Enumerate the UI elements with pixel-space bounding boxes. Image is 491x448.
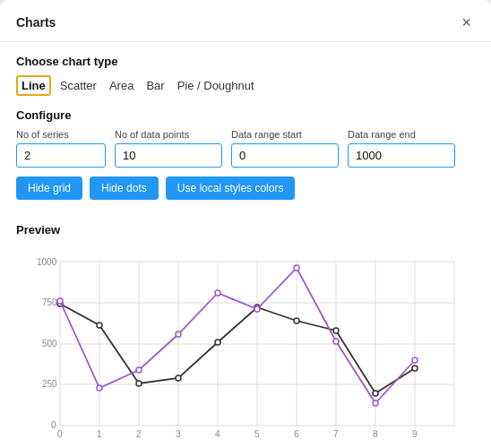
svg-text:2: 2: [136, 429, 142, 439]
s1-dot-9: [412, 366, 418, 371]
local-styles-button[interactable]: Use local styles colors: [166, 177, 296, 200]
range-end-input[interactable]: [348, 143, 455, 168]
s2-dot-5: [254, 306, 260, 312]
s2-dot-7: [333, 339, 339, 344]
series-input[interactable]: [16, 143, 106, 168]
s1-dot-8: [373, 391, 378, 396]
grid: 0 250 500 750 1000: [37, 257, 454, 439]
chart-type-section: Choose chart type Line Scatter Area Bar …: [16, 55, 475, 108]
s1-dot-3: [176, 375, 181, 381]
charts-dialog: Charts × Choose chart type Line Scatter …: [0, 0, 491, 448]
configure-label: Configure: [16, 108, 475, 122]
s2-dot-0: [57, 298, 63, 304]
chart-type-label: Choose chart type: [16, 55, 475, 68]
chart-type-bar[interactable]: Bar: [142, 77, 168, 94]
hide-grid-button[interactable]: Hide grid: [16, 177, 82, 200]
svg-text:9: 9: [412, 429, 418, 439]
range-end-label: Data range end: [348, 129, 455, 140]
line-chart: 0 250 500 750 1000: [16, 242, 475, 439]
dialog-header: Charts ×: [0, 0, 491, 42]
svg-text:250: 250: [42, 379, 57, 389]
datapoints-label: No of data points: [115, 129, 222, 140]
s2-dot-3: [176, 332, 181, 337]
svg-text:500: 500: [42, 339, 57, 349]
hide-dots-button[interactable]: Hide dots: [90, 177, 159, 200]
s2-dot-9: [412, 358, 418, 363]
inputs-row: No of series No of data points Data rang…: [16, 129, 475, 168]
datapoints-input-group: No of data points: [115, 129, 222, 168]
svg-text:7: 7: [333, 429, 339, 439]
chart-type-pie-doughnut[interactable]: Pie / Doughnut: [174, 77, 258, 94]
range-start-input[interactable]: [231, 143, 339, 168]
svg-text:8: 8: [373, 429, 378, 439]
series-input-group: No of series: [16, 129, 106, 168]
svg-text:1000: 1000: [37, 257, 57, 267]
chart-area: 0 250 500 750 1000: [16, 242, 475, 443]
s1-dot-6: [294, 318, 299, 323]
dialog-body: Choose chart type Line Scatter Area Bar …: [0, 42, 491, 448]
svg-text:0: 0: [51, 420, 56, 430]
preview-section: Preview 0 250 500 750 1000: [16, 223, 475, 443]
svg-text:5: 5: [254, 429, 260, 439]
svg-text:4: 4: [215, 429, 220, 439]
chart-type-scatter[interactable]: Scatter: [56, 77, 100, 94]
svg-text:1: 1: [97, 429, 102, 439]
action-buttons-row: Hide grid Hide dots Use local styles col…: [16, 177, 475, 200]
preview-label: Preview: [16, 223, 475, 237]
s1-dot-4: [215, 340, 220, 345]
chart-type-line[interactable]: Line: [16, 75, 51, 96]
s2-dot-6: [294, 265, 299, 271]
s2-dot-2: [136, 367, 142, 373]
svg-text:750: 750: [42, 297, 57, 307]
range-end-input-group: Data range end: [348, 129, 455, 168]
series1-line: [60, 304, 415, 393]
chart-type-row: Line Scatter Area Bar Pie / Doughnut: [16, 75, 475, 96]
range-start-input-group: Data range start: [231, 129, 339, 168]
series-label: No of series: [16, 129, 106, 140]
svg-text:3: 3: [176, 429, 181, 439]
s2-dot-4: [215, 290, 220, 296]
series2-line: [60, 268, 415, 403]
dialog-title: Charts: [16, 15, 56, 30]
s1-dot-1: [97, 323, 102, 328]
svg-text:6: 6: [294, 429, 299, 439]
datapoints-input[interactable]: [115, 143, 222, 168]
s2-dot-8: [373, 401, 378, 406]
range-start-label: Data range start: [231, 129, 339, 140]
close-button[interactable]: ×: [458, 13, 475, 32]
s1-dot-7: [333, 328, 339, 333]
chart-type-area[interactable]: Area: [106, 77, 137, 94]
svg-text:0: 0: [57, 429, 63, 439]
s2-dot-1: [97, 385, 102, 391]
s1-dot-2: [136, 381, 142, 386]
configure-section: Configure No of series No of data points…: [16, 108, 475, 212]
